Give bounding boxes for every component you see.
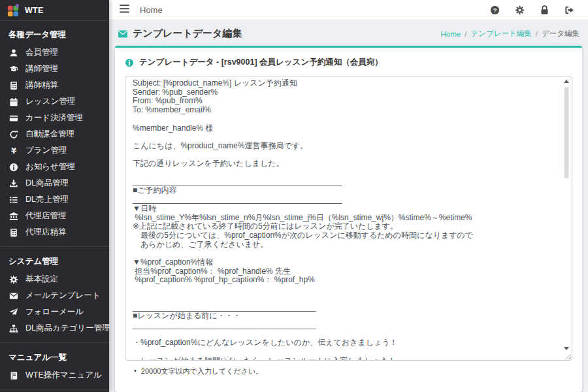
scroll-down-arrow[interactable] (564, 347, 569, 350)
sidebar-sections: 各種データ管理会員管理講師管理講師精算レッスン管理カード決済管理自動課金管理¥プ… (0, 21, 109, 391)
breadcrumb-separator: / (465, 30, 466, 38)
page-title-text: テンプレートデータ編集 (133, 27, 242, 40)
sidebar-item[interactable]: カード決済管理 (0, 110, 109, 126)
user-icon (8, 48, 19, 57)
sidebar-item[interactable]: 自動課金管理 (0, 126, 109, 142)
sign-out-icon (564, 5, 574, 15)
yen-icon: ¥ (8, 146, 19, 155)
page-header: テンプレートデータ編集 Home/テンプレート編集/データ編集 (109, 20, 588, 46)
nav-home-link[interactable]: Home (140, 5, 163, 15)
sidebar-item-label: 会員管理 (25, 47, 58, 58)
settings-gear-icon (515, 5, 525, 15)
sidebar-item-label: 講師精算 (25, 80, 58, 91)
envelope-icon (8, 291, 19, 301)
template-body-textarea[interactable]: Subject: [%product_name%] レッスン予約通知 Sende… (125, 76, 572, 361)
svg-text:?: ? (493, 7, 497, 13)
sidebar-item-label: レッスン管理 (25, 96, 75, 107)
sidebar-item-label: プラン管理 (25, 145, 67, 156)
sidebar-section-header: マニュアル一覧 (0, 344, 109, 367)
brand-name: WTE (25, 6, 44, 15)
sign-out-button[interactable] (560, 4, 579, 16)
sidebar-item-label: 講師管理 (25, 63, 58, 74)
sidebar-item[interactable]: メールテンプレート (0, 287, 109, 304)
help-icon: ? (490, 5, 500, 15)
credit-card-icon (8, 114, 19, 123)
sidebar-item[interactable]: 講師精算 (0, 77, 109, 93)
graduation-cap-icon (8, 65, 19, 74)
gear-icon (8, 275, 19, 284)
scroll-up-arrow[interactable] (564, 80, 569, 83)
sidebar-item-label: カード決済管理 (25, 112, 83, 123)
repeat-icon (8, 130, 19, 139)
sidebar-section-header: システム管理 (0, 248, 109, 271)
sidebar-divider (0, 389, 109, 390)
template-body-text: Subject: [%product_name%] レッスン予約通知 Sende… (125, 76, 561, 360)
app-root: WTE 各種データ管理会員管理講師管理講師精算レッスン管理カード決済管理自動課金… (0, 0, 588, 392)
envelope-icon (118, 29, 128, 39)
list-icon (8, 195, 19, 204)
calculator-icon (8, 228, 19, 237)
sidebar-item-label: DL商品管理 (25, 178, 69, 189)
settings-gear-button[interactable] (510, 4, 529, 16)
sidebar-item-label: DL商品カテゴリー管理 (25, 323, 110, 334)
info-circle-icon (8, 163, 19, 172)
sidebar-item-label: メールテンプレート (25, 290, 101, 301)
sidebar-toggle-button[interactable] (118, 3, 131, 16)
char-limit-hint: 20000文字以内で入力してください。 (125, 361, 572, 376)
char-limit-hint-text: 20000文字以内で入力してください。 (141, 367, 263, 376)
book-icon (8, 371, 19, 380)
info-circle-icon (125, 58, 134, 67)
textarea-scrollbar (562, 77, 571, 359)
download-icon (8, 179, 19, 188)
sidebar-item-label: 基本設定 (25, 274, 58, 285)
lock-button[interactable] (535, 4, 554, 16)
help-button[interactable]: ? (485, 4, 504, 16)
page-title: テンプレートデータ編集 (118, 27, 242, 40)
sidebar-item-label: お知らせ管理 (25, 161, 75, 172)
sidebar-item[interactable]: DL売上管理 (0, 191, 109, 208)
sidebar-item-label: DL売上管理 (25, 194, 69, 205)
brand-logo[interactable]: WTE (0, 0, 109, 21)
breadcrumb-link[interactable]: テンプレート編集 (470, 29, 531, 39)
top-navbar: Home ? (109, 0, 588, 20)
sidebar-item-label: WTE操作マニュアル (25, 370, 102, 381)
sidebar-item[interactable]: DL商品カテゴリー管理 (0, 320, 109, 336)
sidebar-item[interactable]: 基本設定 (0, 271, 109, 287)
sidebar-item[interactable]: 代理店精算 (0, 224, 109, 240)
hamburger-icon (120, 5, 129, 15)
sidebar-item-label: 自動課金管理 (25, 129, 74, 140)
breadcrumb-link[interactable]: Home (441, 30, 461, 38)
topbar-actions: ? (485, 4, 579, 16)
sidebar-item-label: 代理店精算 (25, 227, 67, 238)
bullet-icon (134, 367, 137, 374)
bank-icon (8, 212, 19, 221)
sidebar-item[interactable]: WTE操作マニュアル (0, 367, 109, 384)
breadcrumb-current: データ編集 (542, 29, 580, 39)
sidebar-item[interactable]: フォローメール (0, 304, 109, 320)
sidebar-item[interactable]: 代理店管理 (0, 208, 109, 224)
sidebar-item[interactable]: お知らせ管理 (0, 159, 109, 175)
scrollbar-thumb[interactable] (564, 87, 569, 178)
paper-plane-icon (8, 308, 19, 317)
sidebar-item[interactable]: DL商品管理 (0, 175, 109, 191)
lock-icon (540, 5, 549, 15)
sidebar-item-label: フォローメール (25, 306, 84, 318)
sidebar-item[interactable]: 会員管理 (0, 44, 109, 61)
sidebar-item[interactable]: レッスン管理 (0, 93, 109, 110)
sidebar-item[interactable]: ¥プラン管理 (0, 142, 109, 159)
svg-text:¥: ¥ (11, 146, 17, 155)
breadcrumb: Home/テンプレート編集/データ編集 (441, 29, 580, 39)
sitemap-icon (8, 324, 19, 333)
sidebar-divider (0, 246, 109, 247)
card-header-text: テンプレートデータ - [rsv9001] 会員レッスン予約通知（会員宛） (139, 57, 383, 68)
sidebar-section-header: 各種データ管理 (0, 21, 109, 44)
sidebar-item[interactable]: 講師管理 (0, 61, 109, 77)
card-header: テンプレートデータ - [rsv9001] 会員レッスン予約通知（会員宛） (125, 55, 572, 76)
calculator-icon (8, 81, 19, 90)
sidebar: WTE 各種データ管理会員管理講師管理講師精算レッスン管理カード決済管理自動課金… (0, 0, 109, 392)
calendar-icon (8, 97, 19, 106)
main-area: Home ? テンプレートデータ編集 Home/テンプレート編集/データ編集 テ… (109, 0, 588, 392)
template-card: テンプレートデータ - [rsv9001] 会員レッスン予約通知（会員宛） Su… (115, 46, 582, 392)
sidebar-item-label: 代理店管理 (25, 210, 67, 221)
sidebar-divider (0, 342, 109, 343)
